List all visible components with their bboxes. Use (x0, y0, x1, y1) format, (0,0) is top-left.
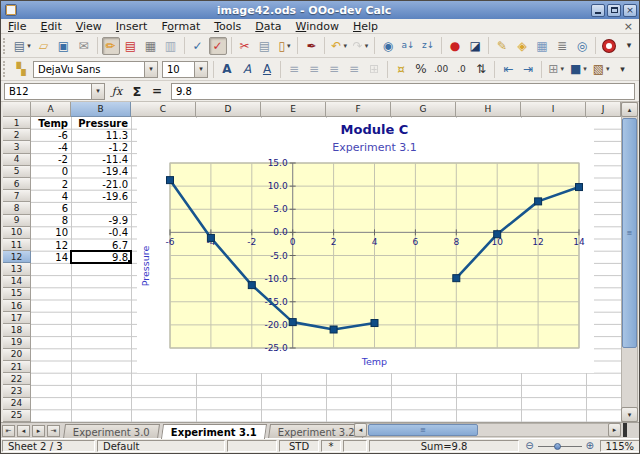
cell-b7[interactable]: -19.6 (71, 190, 131, 202)
cell-a5[interactable]: 0 (31, 166, 71, 178)
selection-mode-field[interactable]: STD (279, 440, 319, 452)
row-header-22[interactable]: 22 (3, 373, 31, 385)
cell-a1[interactable]: Temp (31, 117, 71, 129)
first-sheet-button[interactable]: ⇤ (2, 425, 15, 437)
column-header-i[interactable]: I (521, 102, 586, 117)
row-header-21[interactable]: 21 (3, 361, 31, 373)
row-header-13[interactable]: 13 (3, 263, 31, 275)
row-header-18[interactable]: 18 (3, 324, 31, 336)
last-sheet-button[interactable]: ⇥ (47, 425, 60, 437)
row-header-17[interactable]: 17 (3, 312, 31, 324)
row-header-19[interactable]: 19 (3, 337, 31, 349)
row-header-4[interactable]: 4 (3, 154, 31, 166)
cell-a3[interactable]: -4 (31, 141, 71, 153)
row-header-7[interactable]: 7 (3, 190, 31, 202)
x-axis-tick-label: 4 (372, 237, 378, 247)
row-header-24[interactable]: 24 (3, 398, 31, 410)
cell-a8[interactable]: 6 (31, 202, 71, 214)
page-style-field[interactable]: Default (97, 440, 225, 452)
row-header-12[interactable]: 12 (3, 251, 31, 263)
cell-a11[interactable]: 12 (31, 239, 71, 251)
fill-handle[interactable] (128, 260, 132, 264)
row-header-6[interactable]: 6 (3, 178, 31, 190)
row-header-11[interactable]: 11 (3, 239, 31, 251)
zoom-slider-track[interactable] (538, 446, 582, 447)
x-axis-tick-label: 8 (453, 237, 459, 247)
zoom-in-icon[interactable]: ⊕ (586, 441, 594, 451)
cell-b9[interactable]: -9.9 (71, 215, 131, 227)
row-header-20[interactable]: 20 (3, 349, 31, 361)
row-header-2[interactable]: 2 (3, 129, 31, 141)
zoom-slider-thumb[interactable] (554, 443, 561, 450)
column-header-g[interactable]: G (391, 102, 456, 117)
next-sheet-button[interactable]: ▸ (32, 425, 45, 437)
column-header-c[interactable]: C (131, 102, 196, 117)
row-header-25[interactable]: 25 (3, 410, 31, 422)
row-header-5[interactable]: 5 (3, 166, 31, 178)
y-axis-tick-label: -10.0 (264, 274, 288, 284)
zoom-slider[interactable]: ⊖ ⊕ (522, 440, 597, 452)
chart-y-axis-title: Pressure (140, 246, 151, 287)
cell-a7[interactable]: 4 (31, 190, 71, 202)
active-cell-border[interactable] (70, 250, 132, 264)
row-header-15[interactable]: 15 (3, 288, 31, 300)
row-header-8[interactable]: 8 (3, 202, 31, 214)
cell-b4[interactable]: -11.4 (71, 154, 131, 166)
cell-a9[interactable]: 8 (31, 215, 71, 227)
horizontal-scroll-thumb[interactable]: ≡ (368, 424, 478, 436)
sheet-tab-label: Experiment 3.1 (171, 425, 257, 440)
cell-b2[interactable]: 11.3 (71, 129, 131, 141)
empty-status-field (227, 440, 277, 452)
row-header-3[interactable]: 3 (3, 141, 31, 153)
column-header-e[interactable]: E (261, 102, 326, 117)
zoom-out-icon[interactable]: ⊖ (525, 441, 533, 451)
sheet-tab-experiment-3-2[interactable]: Experiment 3.2 (268, 424, 365, 439)
split-window-handle[interactable] (623, 423, 627, 437)
sheet-tab-experiment-3-0[interactable]: Experiment 3.0 (63, 424, 160, 439)
app-window: image42.ods - OOo-dev Calc × FileEditVie… (0, 0, 640, 454)
chart-data-marker (576, 184, 583, 191)
sum-field[interactable]: Sum=9.8 (369, 440, 519, 452)
column-header-j[interactable]: J (586, 102, 621, 117)
zoom-level-field[interactable]: 115% (600, 440, 640, 452)
row-header-14[interactable]: 14 (3, 276, 31, 288)
column-header-a[interactable]: A (31, 102, 71, 117)
column-header-d[interactable]: D (196, 102, 261, 117)
row-header-23[interactable]: 23 (3, 385, 31, 397)
y-axis-tick-label: -25.0 (264, 343, 288, 353)
cell-a6[interactable]: 2 (31, 178, 71, 190)
row-header-16[interactable]: 16 (3, 300, 31, 312)
y-axis-tick-label: 5.0 (273, 204, 288, 214)
cell-b1[interactable]: Pressure (71, 117, 131, 129)
scroll-left-icon[interactable]: ◂ (354, 423, 367, 437)
column-header-f[interactable]: F (326, 102, 391, 117)
row-header-1[interactable]: 1 (3, 117, 31, 129)
cell-b3[interactable]: -1.2 (71, 141, 131, 153)
chart-data-marker (535, 198, 542, 205)
column-header-h[interactable]: H (456, 102, 521, 117)
cell-a4[interactable]: -2 (31, 154, 71, 166)
embedded-chart[interactable]: 15.010.05.00.0-5.0-10.0-15.0-20.0-25.0-6… (137, 118, 594, 373)
empty-status-field (343, 440, 367, 452)
y-axis-tick-label: -5.0 (270, 251, 288, 261)
cell-b6[interactable]: -21.0 (71, 178, 131, 190)
previous-sheet-button[interactable]: ◂ (17, 425, 30, 437)
column-header-b[interactable]: B (71, 102, 131, 117)
vertical-scroll-thumb[interactable]: ≡ (622, 118, 637, 348)
scroll-up-icon[interactable]: ▴ (621, 102, 638, 117)
sheet-area: ABCDEFGHIJ123456789101112131415161718192… (1, 1, 640, 454)
x-axis-tick-label: 0 (290, 237, 296, 247)
cell-a10[interactable]: 10 (31, 227, 71, 239)
row-header-10[interactable]: 10 (3, 227, 31, 239)
cell-a2[interactable]: -6 (31, 129, 71, 141)
scroll-right-icon[interactable]: ▸ (608, 423, 621, 437)
sheet-tabs: Experiment 3.0Experiment 3.1Experiment 3… (61, 423, 364, 438)
sheet-tab-experiment-3-1[interactable]: Experiment 3.1 (161, 424, 267, 439)
cell-a12[interactable]: 14 (31, 251, 71, 263)
x-axis-tick-label: -6 (166, 237, 175, 247)
cell-b5[interactable]: -19.4 (71, 166, 131, 178)
cell-b10[interactable]: -0.4 (71, 227, 131, 239)
header-corner-box[interactable] (3, 102, 31, 117)
row-header-9[interactable]: 9 (3, 215, 31, 227)
scroll-down-icon[interactable]: ▾ (621, 407, 638, 422)
